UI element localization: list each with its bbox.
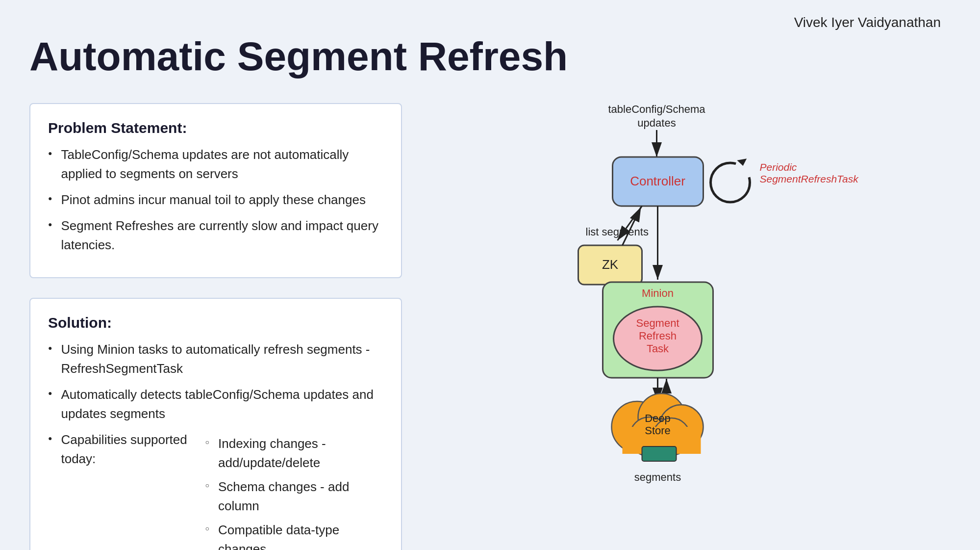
diagram-area: tableConfig/Schema updates Controller Pe… (431, 93, 951, 520)
architecture-diagram: tableConfig/Schema updates Controller Pe… (431, 93, 951, 520)
left-column: Problem Statement: TableConfig/Schema up… (29, 103, 402, 550)
segment-task-line2: Refresh (639, 330, 677, 342)
refresh-arrow-tip (737, 159, 748, 167)
capabilities-list: Indexing changes - add/update/delete Sch… (205, 434, 383, 550)
problem-heading: Problem Statement: (48, 120, 383, 136)
controller-label: Controller (630, 174, 685, 188)
capability-2: Schema changes - add column (205, 477, 383, 516)
solution-card: Solution: Using Minion tasks to automati… (29, 298, 402, 550)
updates-label: updates (637, 117, 676, 129)
solution-bullet-2: Automatically detects tableConfig/Schema… (48, 385, 383, 423)
refresh-circle (711, 163, 750, 202)
solution-bullet-3: Capabilities supported today: Indexing c… (48, 430, 383, 550)
content-area: Problem Statement: TableConfig/Schema up… (29, 103, 951, 550)
list-segments-label: list segments (586, 226, 649, 238)
segment-task-line1: Segment (636, 317, 679, 329)
author-label: Vivek Iyer Vaidyanathan (794, 15, 941, 30)
capability-3: Compatible data-type changes (205, 521, 383, 550)
zk-label: ZK (602, 257, 619, 272)
solution-bullet-1: Using Minion tasks to automatically refr… (48, 340, 383, 378)
solution-list: Using Minion tasks to automatically refr… (48, 340, 383, 550)
problem-card: Problem Statement: TableConfig/Schema up… (29, 103, 402, 278)
problem-bullet-3: Segment Refreshes are currently slow and… (48, 216, 383, 255)
deep-store-line1: Deep (645, 412, 671, 424)
problem-bullet-1: TableConfig/Schema updates are not autom… (48, 145, 383, 183)
problem-list: TableConfig/Schema updates are not autom… (48, 145, 383, 255)
main-title: Automatic Segment Refresh (29, 34, 951, 79)
segment-rect (642, 446, 677, 461)
slide: Vivek Iyer Vaidyanathan Automatic Segmen… (0, 0, 980, 550)
tableconfig-label: tableConfig/Schema (608, 103, 705, 115)
periodic-label-line2: SegmentRefreshTask (760, 173, 859, 184)
solution-heading: Solution: (48, 314, 383, 331)
segment-task-line3: Task (647, 342, 669, 355)
periodic-label-line1: Periodic (760, 161, 797, 173)
capability-1: Indexing changes - add/update/delete (205, 434, 383, 472)
deep-store-line2: Store (645, 424, 671, 437)
minion-label: Minion (642, 287, 674, 299)
problem-bullet-2: Pinot admins incur manual toil to apply … (48, 190, 383, 210)
segments-label: segments (634, 471, 681, 483)
